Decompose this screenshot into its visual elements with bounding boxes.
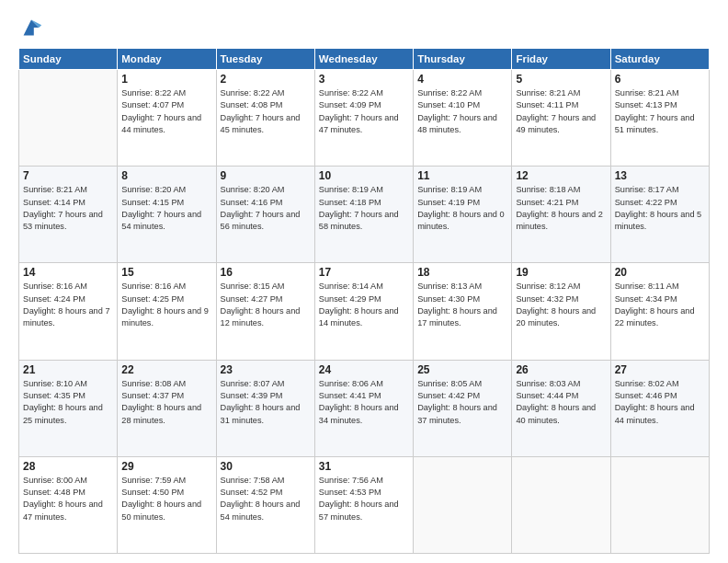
day-detail: Sunrise: 8:14 AMSunset: 4:29 PMDaylight:… [319, 281, 409, 329]
day-detail: Sunrise: 8:06 AMSunset: 4:41 PMDaylight:… [319, 378, 409, 427]
weekday-header-row: SundayMondayTuesdayWednesdayThursdayFrid… [19, 49, 710, 70]
svg-marker-0 [24, 20, 40, 36]
day-cell: 31Sunrise: 7:56 AMSunset: 4:53 PMDayligh… [314, 456, 413, 553]
day-cell: 15Sunrise: 8:16 AMSunset: 4:25 PMDayligh… [118, 263, 216, 360]
day-number: 7 [23, 169, 113, 182]
day-detail: Sunrise: 8:00 AMSunset: 4:48 PMDaylight:… [23, 475, 113, 523]
day-cell: 9Sunrise: 8:20 AMSunset: 4:16 PMDaylight… [216, 167, 314, 263]
day-detail: Sunrise: 8:02 AMSunset: 4:46 PMDaylight:… [615, 378, 705, 427]
day-detail: Sunrise: 7:56 AMSunset: 4:53 PMDaylight:… [319, 475, 409, 523]
day-cell: 12Sunrise: 8:18 AMSunset: 4:21 PMDayligh… [512, 167, 610, 263]
day-detail: Sunrise: 8:10 AMSunset: 4:35 PMDaylight:… [23, 378, 113, 427]
week-row-1: 1Sunrise: 8:22 AMSunset: 4:07 PMDaylight… [19, 70, 710, 167]
day-number: 12 [516, 169, 606, 182]
day-number: 16 [221, 266, 311, 279]
day-cell: 26Sunrise: 8:03 AMSunset: 4:44 PMDayligh… [512, 360, 610, 456]
day-cell [610, 456, 709, 553]
day-detail: Sunrise: 8:07 AMSunset: 4:39 PMDaylight:… [221, 378, 311, 427]
day-cell: 21Sunrise: 8:10 AMSunset: 4:35 PMDayligh… [19, 360, 118, 456]
day-detail: Sunrise: 8:03 AMSunset: 4:44 PMDaylight:… [516, 378, 606, 427]
day-detail: Sunrise: 8:21 AMSunset: 4:11 PMDaylight:… [516, 87, 606, 136]
day-number: 2 [221, 73, 311, 86]
day-detail: Sunrise: 8:22 AMSunset: 4:10 PMDaylight:… [417, 87, 507, 136]
day-number: 1 [121, 73, 211, 86]
day-cell: 5Sunrise: 8:21 AMSunset: 4:11 PMDaylight… [512, 70, 610, 167]
day-cell [512, 456, 610, 553]
day-number: 29 [121, 460, 211, 473]
day-cell: 11Sunrise: 8:19 AMSunset: 4:19 PMDayligh… [414, 167, 512, 263]
day-number: 15 [121, 266, 211, 279]
day-detail: Sunrise: 8:22 AMSunset: 4:08 PMDaylight:… [221, 87, 311, 136]
week-row-3: 14Sunrise: 8:16 AMSunset: 4:24 PMDayligh… [19, 263, 710, 360]
day-detail: Sunrise: 8:21 AMSunset: 4:14 PMDaylight:… [23, 184, 113, 233]
day-detail: Sunrise: 7:58 AMSunset: 4:52 PMDaylight:… [221, 475, 311, 523]
logo-icon [18, 15, 44, 40]
calendar-table: SundayMondayTuesdayWednesdayThursdayFrid… [18, 48, 710, 554]
day-number: 13 [615, 169, 705, 182]
day-detail: Sunrise: 8:16 AMSunset: 4:24 PMDaylight:… [23, 281, 113, 329]
day-cell: 1Sunrise: 8:22 AMSunset: 4:07 PMDaylight… [118, 70, 216, 167]
day-detail: Sunrise: 8:20 AMSunset: 4:16 PMDaylight:… [221, 184, 311, 233]
weekday-header-sunday: Sunday [19, 49, 118, 70]
day-detail: Sunrise: 8:13 AMSunset: 4:30 PMDaylight:… [417, 281, 507, 329]
day-number: 5 [516, 73, 606, 86]
day-cell: 17Sunrise: 8:14 AMSunset: 4:29 PMDayligh… [314, 263, 413, 360]
day-cell: 7Sunrise: 8:21 AMSunset: 4:14 PMDaylight… [19, 167, 118, 263]
day-number: 11 [417, 169, 507, 182]
day-detail: Sunrise: 8:21 AMSunset: 4:13 PMDaylight:… [615, 87, 705, 136]
day-detail: Sunrise: 8:18 AMSunset: 4:21 PMDaylight:… [516, 184, 606, 233]
day-detail: Sunrise: 8:16 AMSunset: 4:25 PMDaylight:… [121, 281, 211, 329]
day-number: 24 [319, 363, 409, 376]
day-number: 25 [417, 363, 507, 376]
day-number: 8 [121, 169, 211, 182]
day-cell: 30Sunrise: 7:58 AMSunset: 4:52 PMDayligh… [216, 456, 314, 553]
day-cell: 4Sunrise: 8:22 AMSunset: 4:10 PMDaylight… [414, 70, 512, 167]
header [18, 15, 710, 40]
day-cell: 10Sunrise: 8:19 AMSunset: 4:18 PMDayligh… [314, 167, 413, 263]
day-number: 3 [319, 73, 409, 86]
day-detail: Sunrise: 8:19 AMSunset: 4:19 PMDaylight:… [417, 184, 507, 233]
day-cell: 28Sunrise: 8:00 AMSunset: 4:48 PMDayligh… [19, 456, 118, 553]
day-number: 20 [615, 266, 705, 279]
day-cell: 3Sunrise: 8:22 AMSunset: 4:09 PMDaylight… [314, 70, 413, 167]
day-detail: Sunrise: 8:05 AMSunset: 4:42 PMDaylight:… [417, 378, 507, 427]
day-number: 19 [516, 266, 606, 279]
day-detail: Sunrise: 8:20 AMSunset: 4:15 PMDaylight:… [121, 184, 211, 233]
day-number: 17 [319, 266, 409, 279]
day-cell: 22Sunrise: 8:08 AMSunset: 4:37 PMDayligh… [118, 360, 216, 456]
day-cell: 8Sunrise: 8:20 AMSunset: 4:15 PMDaylight… [118, 167, 216, 263]
day-detail: Sunrise: 8:19 AMSunset: 4:18 PMDaylight:… [319, 184, 409, 233]
day-cell: 27Sunrise: 8:02 AMSunset: 4:46 PMDayligh… [610, 360, 709, 456]
day-cell: 29Sunrise: 7:59 AMSunset: 4:50 PMDayligh… [118, 456, 216, 553]
day-number: 30 [221, 460, 311, 473]
day-detail: Sunrise: 8:11 AMSunset: 4:34 PMDaylight:… [615, 281, 705, 329]
day-cell: 16Sunrise: 8:15 AMSunset: 4:27 PMDayligh… [216, 263, 314, 360]
day-cell [19, 70, 118, 167]
day-number: 14 [23, 266, 113, 279]
day-cell: 20Sunrise: 8:11 AMSunset: 4:34 PMDayligh… [610, 263, 709, 360]
weekday-header-friday: Friday [512, 49, 610, 70]
day-detail: Sunrise: 7:59 AMSunset: 4:50 PMDaylight:… [121, 475, 211, 523]
week-row-5: 28Sunrise: 8:00 AMSunset: 4:48 PMDayligh… [19, 456, 710, 553]
day-number: 4 [417, 73, 507, 86]
day-number: 6 [615, 73, 705, 86]
day-cell: 23Sunrise: 8:07 AMSunset: 4:39 PMDayligh… [216, 360, 314, 456]
day-cell: 6Sunrise: 8:21 AMSunset: 4:13 PMDaylight… [610, 70, 709, 167]
weekday-header-wednesday: Wednesday [314, 49, 413, 70]
day-cell: 24Sunrise: 8:06 AMSunset: 4:41 PMDayligh… [314, 360, 413, 456]
day-detail: Sunrise: 8:15 AMSunset: 4:27 PMDaylight:… [221, 281, 311, 329]
day-cell: 18Sunrise: 8:13 AMSunset: 4:30 PMDayligh… [414, 263, 512, 360]
week-row-4: 21Sunrise: 8:10 AMSunset: 4:35 PMDayligh… [19, 360, 710, 456]
day-number: 28 [23, 460, 113, 473]
day-cell: 2Sunrise: 8:22 AMSunset: 4:08 PMDaylight… [216, 70, 314, 167]
day-number: 18 [417, 266, 507, 279]
day-number: 27 [615, 363, 705, 376]
week-row-2: 7Sunrise: 8:21 AMSunset: 4:14 PMDaylight… [19, 167, 710, 263]
day-detail: Sunrise: 8:22 AMSunset: 4:07 PMDaylight:… [121, 87, 211, 136]
day-number: 10 [319, 169, 409, 182]
day-number: 22 [121, 363, 211, 376]
day-number: 26 [516, 363, 606, 376]
day-number: 23 [221, 363, 311, 376]
day-cell: 13Sunrise: 8:17 AMSunset: 4:22 PMDayligh… [610, 167, 709, 263]
logo [18, 15, 48, 40]
